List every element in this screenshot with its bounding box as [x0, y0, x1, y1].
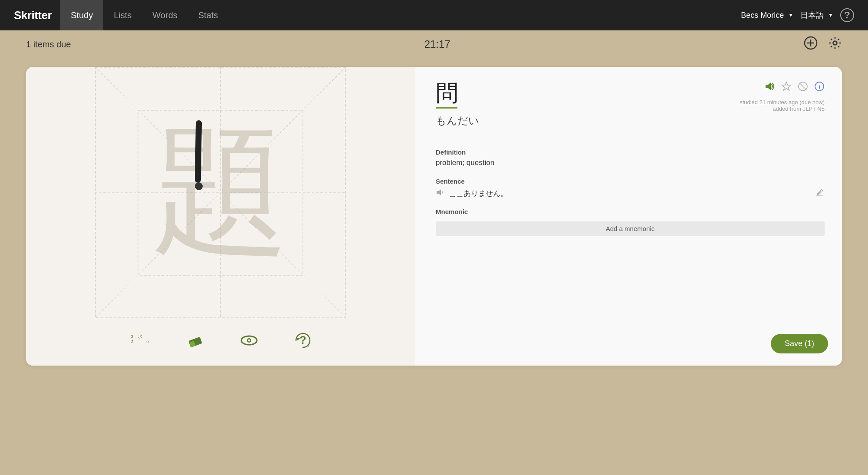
user-chevron-icon: ▼ [788, 12, 793, 18]
user-menu[interactable]: Becs Morice ▼ [741, 11, 793, 20]
app-logo: Skritter [14, 9, 52, 22]
sentence-edit-button[interactable] [815, 188, 825, 199]
nav-link-study[interactable]: Study [60, 0, 103, 30]
nav-right: Becs Morice ▼ 日本語 ▼ ? [741, 8, 854, 22]
timer-display: 21:17 [424, 38, 450, 50]
svg-line-26 [799, 83, 806, 90]
word-source-text: added from JLPT N5 [740, 106, 825, 112]
help-button[interactable]: ? [840, 8, 854, 22]
block-icon[interactable] [798, 81, 808, 94]
mnemonic-label: Mnemonic [436, 208, 825, 215]
nav-link-stats[interactable]: Stats [188, 0, 229, 30]
eraser-button[interactable] [186, 331, 205, 350]
username-label: Becs Morice [741, 11, 784, 20]
navbar: Skritter Study Lists Words Stats Becs Mo… [0, 0, 868, 30]
svg-point-3 [833, 41, 837, 45]
drawing-panel[interactable]: 題 永 2 6 3 [26, 67, 415, 366]
study-card: 題 永 2 6 3 [26, 67, 842, 366]
stroke-order-button[interactable]: 永 2 6 3 [128, 329, 151, 352]
info-circle-icon: i [814, 81, 825, 92]
svg-text:2: 2 [131, 339, 133, 344]
hint-button[interactable]: ? × [293, 331, 312, 350]
svg-text:永: 永 [138, 333, 142, 339]
save-btn-container: Save (1) [771, 334, 828, 353]
word-actions: i [764, 81, 825, 95]
eye-icon [240, 331, 259, 350]
sentence-sound-button[interactable] [436, 188, 444, 199]
sound-icon[interactable] [764, 81, 775, 95]
definition-value: problem; question [436, 158, 825, 167]
info-panel: 問 もんだい [415, 67, 842, 366]
study-toolbar: 1 items due 21:17 [0, 30, 868, 58]
svg-marker-23 [766, 82, 771, 90]
stroke-order-icon: 永 2 6 3 [128, 329, 151, 352]
word-kanji: 問 [436, 81, 479, 106]
svg-marker-29 [437, 189, 441, 195]
word-reading: もんだい [436, 114, 479, 128]
svg-point-19 [248, 340, 250, 342]
hint-icon: ? × [293, 331, 312, 350]
svg-text:?: ? [299, 333, 306, 346]
svg-text:3: 3 [131, 334, 133, 339]
language-label: 日本語 [800, 10, 824, 20]
plus-circle-icon [804, 36, 818, 50]
studied-ago-label: studied 21 minutes ago (due now) added f… [740, 99, 825, 112]
sentence-label: Sentence [436, 178, 825, 185]
word-main: 問 もんだい [436, 81, 479, 138]
add-mnemonic-button[interactable]: Add a mnemonic [436, 221, 825, 236]
main-content: 題 永 2 6 3 [0, 58, 868, 383]
word-underline [436, 107, 457, 109]
sentence-text: ＿＿ありません。 [449, 188, 508, 198]
nav-link-lists[interactable]: Lists [103, 0, 142, 30]
svg-text:i: i [819, 83, 820, 90]
nav-link-words[interactable]: Words [142, 0, 187, 30]
drawing-toolbar: 永 2 6 3 [128, 319, 312, 366]
items-due-label: 1 items due [26, 40, 71, 49]
edit-icon [815, 188, 825, 197]
lang-chevron-icon: ▼ [828, 12, 833, 18]
language-menu[interactable]: 日本語 ▼ [800, 10, 833, 20]
definition-label: Definition [436, 148, 825, 156]
svg-point-10 [195, 182, 203, 190]
settings-button[interactable] [828, 36, 842, 53]
studied-ago-text: studied 21 minutes ago (due now) [740, 99, 825, 106]
save-button[interactable]: Save (1) [771, 334, 828, 353]
add-item-button[interactable] [804, 36, 818, 53]
svg-marker-24 [782, 82, 791, 90]
star-icon[interactable] [781, 81, 792, 94]
info-icon[interactable]: i [814, 81, 825, 94]
view-button[interactable] [240, 331, 259, 350]
drawing-canvas[interactable]: 題 [95, 67, 346, 319]
sentence-row: ＿＿ありません。 [436, 188, 825, 199]
word-header: 問 もんだい [436, 81, 825, 138]
svg-text:6: 6 [146, 339, 149, 344]
nav-links: Study Lists Words Stats [60, 0, 741, 30]
sentence-speaker-icon [436, 188, 444, 197]
cancel-icon [798, 81, 808, 92]
eraser-icon [186, 331, 205, 350]
star-empty-icon [781, 81, 792, 92]
drawn-stroke-svg [95, 67, 346, 319]
speaker-icon [764, 81, 775, 92]
toolbar-actions [804, 36, 842, 53]
gear-icon [828, 36, 842, 50]
